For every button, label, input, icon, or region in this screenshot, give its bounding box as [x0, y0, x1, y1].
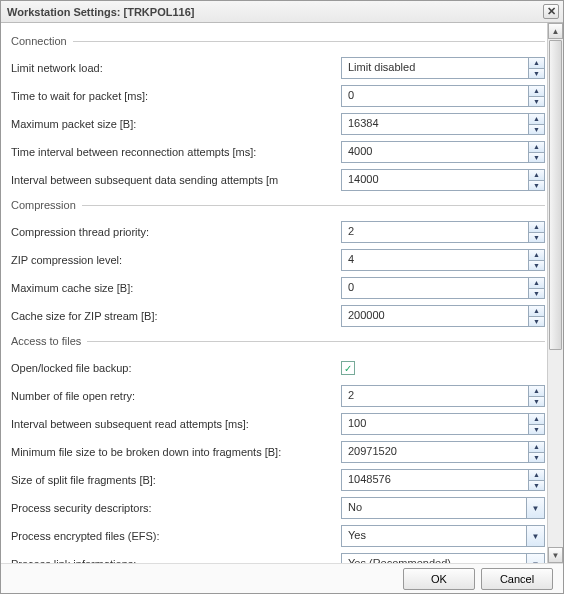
- split-size-label: Size of split file fragments [B]:: [11, 474, 341, 486]
- time-wait-packet-value: 0: [342, 86, 528, 106]
- divider: [87, 341, 545, 342]
- section-label: Compression: [11, 199, 82, 211]
- limit-network-load-value: Limit disabled: [342, 58, 528, 78]
- limit-network-load-field[interactable]: Limit disabled ▲▼: [341, 57, 545, 79]
- link-select[interactable]: Yes (Recommended) ▼: [341, 553, 545, 563]
- section-label: Connection: [11, 35, 73, 47]
- reconnect-interval-label: Time interval between reconnection attem…: [11, 146, 341, 158]
- spin-down-icon[interactable]: ▼: [528, 481, 544, 491]
- scroll-thumb[interactable]: [549, 40, 562, 350]
- open-retry-field[interactable]: 2 ▲▼: [341, 385, 545, 407]
- spin-down-icon[interactable]: ▼: [528, 181, 544, 191]
- zip-level-field[interactable]: 4 ▲▼: [341, 249, 545, 271]
- zip-level-value: 4: [342, 250, 528, 270]
- spin-down-icon[interactable]: ▼: [528, 261, 544, 271]
- cache-zip-label: Cache size for ZIP stream [B]:: [11, 310, 341, 322]
- settings-panel: Connection Limit network load: Limit dis…: [1, 23, 547, 563]
- max-cache-value: 0: [342, 278, 528, 298]
- spin-up-icon[interactable]: ▲: [528, 306, 544, 317]
- time-wait-packet-field[interactable]: 0 ▲▼: [341, 85, 545, 107]
- section-compression: Compression: [11, 199, 545, 211]
- spin-down-icon[interactable]: ▼: [528, 97, 544, 107]
- read-interval-label: Interval between subsequent read attempt…: [11, 418, 341, 430]
- send-interval-field[interactable]: 14000 ▲▼: [341, 169, 545, 191]
- spin-up-icon[interactable]: ▲: [528, 250, 544, 261]
- split-size-field[interactable]: 1048576 ▲▼: [341, 469, 545, 491]
- spin-up-icon[interactable]: ▲: [528, 86, 544, 97]
- thread-priority-value: 2: [342, 222, 528, 242]
- spin-up-icon[interactable]: ▲: [528, 414, 544, 425]
- chevron-down-icon[interactable]: ▼: [526, 526, 544, 546]
- thread-priority-field[interactable]: 2 ▲▼: [341, 221, 545, 243]
- send-interval-value: 14000: [342, 170, 528, 190]
- sec-desc-select[interactable]: No ▼: [341, 497, 545, 519]
- section-connection: Connection: [11, 35, 545, 47]
- spin-up-icon[interactable]: ▲: [528, 170, 544, 181]
- sec-desc-value: No: [342, 498, 526, 518]
- spin-up-icon[interactable]: ▲: [528, 142, 544, 153]
- spin-down-icon[interactable]: ▼: [528, 453, 544, 463]
- spin-up-icon[interactable]: ▲: [528, 278, 544, 289]
- efs-select[interactable]: Yes ▼: [341, 525, 545, 547]
- close-icon: ✕: [547, 6, 556, 17]
- spin-up-icon[interactable]: ▲: [528, 58, 544, 69]
- max-cache-field[interactable]: 0 ▲▼: [341, 277, 545, 299]
- scroll-up-icon[interactable]: ▲: [548, 23, 563, 39]
- link-value: Yes (Recommended): [342, 554, 526, 563]
- ok-button[interactable]: OK: [403, 568, 475, 590]
- spin-down-icon[interactable]: ▼: [528, 153, 544, 163]
- spin-down-icon[interactable]: ▼: [528, 397, 544, 407]
- zip-level-label: ZIP compression level:: [11, 254, 341, 266]
- chevron-down-icon[interactable]: ▼: [526, 498, 544, 518]
- spin-up-icon[interactable]: ▲: [528, 114, 544, 125]
- spin-down-icon[interactable]: ▼: [528, 233, 544, 243]
- split-size-value: 1048576: [342, 470, 528, 490]
- close-button[interactable]: ✕: [543, 4, 559, 19]
- open-locked-checkbox[interactable]: ✓: [341, 361, 355, 375]
- open-retry-value: 2: [342, 386, 528, 406]
- spin-up-icon[interactable]: ▲: [528, 470, 544, 481]
- efs-label: Process encrypted files (EFS):: [11, 530, 341, 542]
- max-packet-size-value: 16384: [342, 114, 528, 134]
- scroll-track[interactable]: [548, 351, 563, 547]
- reconnect-interval-value: 4000: [342, 142, 528, 162]
- max-packet-size-field[interactable]: 16384 ▲▼: [341, 113, 545, 135]
- divider: [73, 41, 545, 42]
- open-locked-label: Open/locked file backup:: [11, 362, 341, 374]
- chevron-down-icon[interactable]: ▼: [526, 554, 544, 563]
- spin-up-icon[interactable]: ▲: [528, 442, 544, 453]
- spin-down-icon[interactable]: ▼: [528, 69, 544, 79]
- min-fragment-value: 20971520: [342, 442, 528, 462]
- min-fragment-label: Minimum file size to be broken down into…: [11, 446, 341, 458]
- cache-zip-value: 200000: [342, 306, 528, 326]
- section-files: Access to files: [11, 335, 545, 347]
- cache-zip-field[interactable]: 200000 ▲▼: [341, 305, 545, 327]
- open-retry-label: Number of file open retry:: [11, 390, 341, 402]
- divider: [82, 205, 545, 206]
- spin-down-icon[interactable]: ▼: [528, 317, 544, 327]
- section-label: Access to files: [11, 335, 87, 347]
- scroll-down-icon[interactable]: ▼: [548, 547, 563, 563]
- read-interval-field[interactable]: 100 ▲▼: [341, 413, 545, 435]
- max-packet-size-label: Maximum packet size [B]:: [11, 118, 341, 130]
- efs-value: Yes: [342, 526, 526, 546]
- thread-priority-label: Compression thread priority:: [11, 226, 341, 238]
- read-interval-value: 100: [342, 414, 528, 434]
- spin-down-icon[interactable]: ▼: [528, 425, 544, 435]
- send-interval-label: Interval between subsequent data sending…: [11, 174, 341, 186]
- sec-desc-label: Process security descriptors:: [11, 502, 341, 514]
- dialog-title: Workstation Settings: [TRKPOL116]: [7, 6, 194, 18]
- limit-network-load-label: Limit network load:: [11, 62, 341, 74]
- vertical-scrollbar[interactable]: ▲ ▼: [547, 23, 563, 563]
- spin-up-icon[interactable]: ▲: [528, 386, 544, 397]
- spin-down-icon[interactable]: ▼: [528, 125, 544, 135]
- check-icon: ✓: [344, 363, 352, 374]
- spin-up-icon[interactable]: ▲: [528, 222, 544, 233]
- max-cache-label: Maximum cache size [B]:: [11, 282, 341, 294]
- reconnect-interval-field[interactable]: 4000 ▲▼: [341, 141, 545, 163]
- cancel-button[interactable]: Cancel: [481, 568, 553, 590]
- time-wait-packet-label: Time to wait for packet [ms]:: [11, 90, 341, 102]
- min-fragment-field[interactable]: 20971520 ▲▼: [341, 441, 545, 463]
- link-label: Process link informations:: [11, 558, 341, 563]
- spin-down-icon[interactable]: ▼: [528, 289, 544, 299]
